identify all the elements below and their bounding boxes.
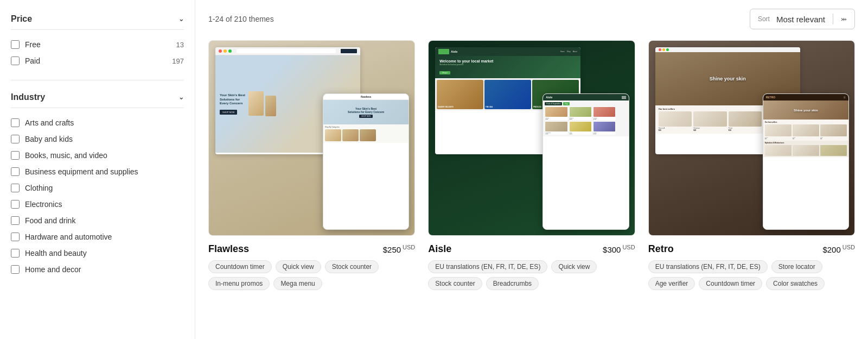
price-chevron-icon: ⌄ [178,15,184,23]
tag-color-swatches: Color swatches [766,277,825,290]
retro-info: Retro $200USD [648,243,855,255]
tag-age-verifier: Age verifier [648,277,695,290]
aisle-info: Aisle $300USD [428,243,635,255]
theme-card-flawless[interactable]: Your Skin's BestSolutions forEvery Conce… [208,40,415,290]
theme-card-retro[interactable]: Shine your skin Our best sellers Serum A [648,40,855,290]
tag-stock-counter: Stock counter [325,260,379,273]
filter-food[interactable]: Food and drink [11,212,184,229]
retro-price: $200USD [822,244,855,254]
filter-home[interactable]: Home and decor [11,261,184,278]
filter-paid-count: 197 [172,57,184,65]
retro-tags: EU translations (EN, FR, IT, DE, ES) Sto… [648,260,855,290]
page-layout: Price ⌄ Free 13 Paid 197 I [0,0,868,339]
theme-card-aisle[interactable]: Aisle Home Shop About Welcome to your lo… [428,40,635,290]
tag-eu-translations: EU translations (EN, FR, IT, DE, ES) [428,260,547,273]
filter-health-checkbox[interactable] [11,249,20,258]
filter-arts[interactable]: Arts and crafts [11,115,184,131]
filter-free-count: 13 [176,41,184,49]
filter-hardware[interactable]: Hardware and automotive [11,229,184,245]
filter-home-checkbox[interactable] [11,265,20,274]
industry-filter-title: Industry [11,92,45,102]
aisle-mobile-preview: Aisle Fruits & Vegetables [542,93,629,230]
filter-health[interactable]: Health and beauty [11,245,184,261]
filter-electronics-checkbox[interactable] [11,200,20,209]
filter-books-checkbox[interactable] [11,151,20,160]
sort-dropdown[interactable]: Sort Most relevant ⤔ [750,9,855,29]
sort-chevron-icon: ⤔ [841,15,847,23]
filter-home-label[interactable]: Home and decor [11,265,81,274]
theme-preview-retro: Shine your skin Our best sellers Serum A [648,40,855,236]
retro-name: Retro [648,243,674,255]
filter-books[interactable]: Books, music, and video [11,147,184,164]
filter-food-label[interactable]: Food and drink [11,216,75,225]
filter-clothing-label[interactable]: Clothing [11,184,53,192]
industry-filter-header[interactable]: Industry ⌄ [11,87,184,108]
top-bar: 1-24 of 210 themes Sort Most relevant ⤔ [208,9,855,29]
themes-grid: Your Skin's BestSolutions forEvery Conce… [208,40,855,290]
filter-baby-checkbox[interactable] [11,135,20,143]
tag-countdown-timer: Countdown timer [208,260,272,273]
sort-divider [833,14,833,24]
flawless-tags: Countdown timer Quick view Stock counter… [208,260,415,290]
tag-breadcrumbs: Breadcrumbs [486,277,539,290]
filter-electronics[interactable]: Electronics [11,196,184,212]
filter-hardware-label[interactable]: Hardware and automotive [11,233,112,241]
filter-baby-label[interactable]: Baby and kids [11,135,73,143]
flawless-info: Flawless $250USD [208,243,415,255]
flawless-name: Flawless [208,243,249,255]
flawless-mobile-preview: flawless Your Skin's BestSolutions for E… [323,93,409,230]
tag-stock-counter-aisle: Stock counter [428,277,482,290]
theme-preview-aisle: Aisle Home Shop About Welcome to your lo… [428,40,635,236]
filter-paid[interactable]: Paid 197 [11,53,184,69]
tag-quick-view: Quick view [276,260,321,273]
filter-business[interactable]: Business equipment and supplies [11,164,184,180]
sort-label: Sort [758,15,770,23]
filter-paid-label[interactable]: Paid [11,56,40,65]
filter-baby[interactable]: Baby and kids [11,131,184,147]
filter-food-checkbox[interactable] [11,216,20,225]
filter-hardware-checkbox[interactable] [11,233,20,241]
filter-free-label[interactable]: Free [11,40,41,49]
results-count: 1-24 of 210 themes [208,15,274,23]
industry-filter-section: Industry ⌄ Arts and crafts Baby and kids [11,87,184,278]
tag-countdown-timer-retro: Countdown timer [699,277,762,290]
tag-eu-translations-retro: EU translations (EN, FR, IT, DE, ES) [648,260,768,273]
industry-chevron-icon: ⌄ [178,93,184,101]
sidebar: Price ⌄ Free 13 Paid 197 I [0,0,195,339]
filter-free[interactable]: Free 13 [11,36,184,53]
price-filter-section: Price ⌄ Free 13 Paid 197 [11,9,184,69]
filter-health-label[interactable]: Health and beauty [11,249,87,258]
filter-paid-checkbox[interactable] [11,56,20,65]
main-content: 1-24 of 210 themes Sort Most relevant ⤔ [195,0,868,339]
aisle-tags: EU translations (EN, FR, IT, DE, ES) Qui… [428,260,635,290]
filter-books-label[interactable]: Books, music, and video [11,151,107,160]
filter-electronics-label[interactable]: Electronics [11,200,62,209]
price-filter-header[interactable]: Price ⌄ [11,9,184,30]
aisle-price: $300USD [603,244,635,254]
theme-preview-flawless: Your Skin's BestSolutions forEvery Conce… [208,40,415,236]
aisle-name: Aisle [428,243,451,255]
filter-clothing[interactable]: Clothing [11,180,184,196]
retro-mobile-preview: RETRO ☰ Shine your skin Our best sellers [763,93,849,230]
tag-in-menu-promos: In-menu promos [208,277,270,290]
filter-arts-checkbox[interactable] [11,118,20,127]
filter-business-checkbox[interactable] [11,167,20,176]
filter-arts-label[interactable]: Arts and crafts [11,118,74,127]
sidebar-divider [11,80,184,80]
tag-quick-view-aisle: Quick view [551,260,597,273]
filter-free-checkbox[interactable] [11,40,20,49]
sort-value: Most relevant [776,15,825,24]
tag-store-locator: Store locator [771,260,822,273]
filter-clothing-checkbox[interactable] [11,184,20,192]
tag-mega-menu: Mega menu [273,277,322,290]
filter-business-label[interactable]: Business equipment and supplies [11,167,138,176]
flawless-price: $250USD [383,244,416,254]
price-filter-title: Price [11,14,32,24]
